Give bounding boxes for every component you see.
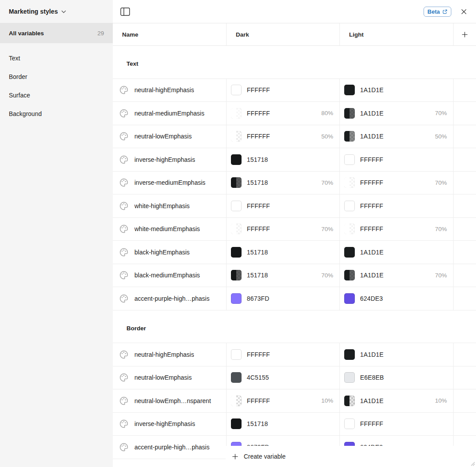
value-cell-light[interactable]: 1A1D1E50% [339,125,453,148]
variable-name: neutral-lowEmphasis [134,133,192,140]
value-cell-dark[interactable]: 15171870% [226,264,339,287]
toggle-sidebar-button[interactable] [120,6,130,17]
variable-name-cell[interactable]: neutral-mediumEmphasis [113,102,226,125]
variable-name-cell[interactable]: neutral-highEmphasis [113,79,226,102]
value-cell-light[interactable]: 624DE3 [339,287,453,310]
value-cell-light[interactable]: FFFFFF [339,148,453,171]
value-cell-light[interactable]: FFFFFF [339,413,453,436]
value-cell-dark[interactable]: FFFFFF [226,194,339,217]
hex-value: FFFFFF [247,202,270,209]
opacity-value: 70% [435,226,447,232]
hex-value: 1A1D1E [360,86,383,93]
value-cell-light[interactable]: 1A1D1E70% [339,102,453,125]
variable-name-cell[interactable]: black-mediumEmphasis [113,264,226,287]
value-cell-dark[interactable]: 4C5155 [226,366,339,389]
value-cell-dark[interactable]: 151718 [226,148,339,171]
sidebar-item-all-variables[interactable]: All variables 29 [0,23,113,43]
swatch-alpha-half [350,131,355,142]
value-cell-dark[interactable]: FFFFFF80% [226,102,339,125]
variable-name-cell[interactable]: inverse-highEmphasis [113,148,226,171]
swatch-alpha-half [350,177,355,188]
hex-value: 4C5155 [247,374,269,381]
value-cell-light[interactable]: FFFFFF [339,194,453,217]
value-cell-dark[interactable]: 8673FD [226,287,339,310]
value-cell-dark[interactable]: 15171870% [226,172,339,194]
resize-grip[interactable] [471,462,475,466]
sidebar-item-surface[interactable]: Surface [0,86,113,105]
hex-value: 1A1D1E [360,249,383,256]
color-palette-icon [119,442,129,452]
group-heading-label: Text [126,60,138,67]
variable-name-cell[interactable]: white-mediumEmphasis [113,218,226,241]
value-cell-light[interactable]: FFFFFF70% [339,218,453,241]
new-mode-cell [453,194,476,217]
beta-badge[interactable]: Beta [424,7,451,17]
color-swatch-dark [231,224,242,234]
swatch-solid-half [344,177,350,188]
hex-value: 1A1D1E [360,351,383,358]
variable-name-cell[interactable]: inverse-highEmphasis [113,413,226,436]
variables-panel: Marketing styles All variables 29 TextBo… [0,0,476,467]
add-mode-button[interactable] [453,23,476,45]
column-header-light[interactable]: Light [339,23,453,45]
variable-name-cell[interactable]: black-highEmphasis [113,241,226,264]
value-cell-light[interactable]: 1A1D1E [339,241,453,264]
beta-label: Beta [428,8,440,15]
color-swatch-dark [231,108,242,119]
variable-name-cell[interactable]: neutral-highEmphasis [113,343,226,366]
variable-name: inverse-mediumEmphasis [134,179,205,186]
color-swatch-light [344,108,355,119]
swatch-solid-half [231,131,236,142]
column-header-dark[interactable]: Dark [226,23,339,45]
hex-value: E6E8EB [360,374,384,381]
opacity-value: 70% [321,226,333,232]
value-cell-light[interactable]: E6E8EB [339,366,453,389]
value-cell-light[interactable]: 1A1D1E10% [339,389,453,412]
color-palette-icon [119,155,129,164]
hex-value: 1A1D1E [360,397,383,404]
variable-row: neutral-mediumEmphasisFFFFFF80%1A1D1E70% [113,102,476,125]
value-cell-dark[interactable]: FFFFFF10% [226,389,339,412]
variable-name-cell[interactable]: neutral-lowEmphasis [113,366,226,389]
variable-row: white-mediumEmphasisFFFFFF70%FFFFFF70% [113,218,476,241]
value-cell-light[interactable]: 1A1D1E [339,343,453,366]
sidebar-item-text[interactable]: Text [0,49,113,67]
variable-name-cell[interactable]: white-highEmphasis [113,194,226,217]
opacity-value: 70% [321,179,333,186]
value-cell-dark[interactable]: FFFFFF70% [226,218,339,241]
color-swatch-light [344,247,355,258]
variable-name-cell[interactable]: neutral-lowEmph…nsparent [113,389,226,412]
color-palette-icon [119,178,129,187]
value-cell-dark[interactable]: FFFFFF [226,343,339,366]
sidebar-item-border[interactable]: Border [0,67,113,86]
hex-value: FFFFFF [360,156,383,163]
variable-name-cell[interactable]: neutral-lowEmphasis [113,125,226,148]
value-cell-dark[interactable]: 151718 [226,241,339,264]
variable-name: black-mediumEmphasis [134,272,200,279]
sidebar-item-background[interactable]: Background [0,105,113,123]
swatch-solid-half [231,270,236,280]
swatch-alpha-half [236,131,242,142]
variable-row: neutral-lowEmphasis4C5155E6E8EB [113,366,476,390]
value-cell-dark[interactable]: 151718 [226,413,339,436]
value-cell-light[interactable]: 1A1D1E [339,79,453,102]
opacity-value: 70% [435,272,447,279]
value-cell-light[interactable]: 1A1D1E70% [339,264,453,287]
color-swatch-dark [231,270,242,280]
variable-name: inverse-highEmphasis [134,420,195,427]
variable-name-cell[interactable]: accent-purple-high…phasis [113,436,226,459]
sidebar-group-list: TextBorderSurfaceBackground [0,49,113,123]
variable-row: neutral-lowEmph…nsparentFFFFFF10%1A1D1E1… [113,389,476,413]
variable-name: accent-purple-high…phasis [134,444,209,451]
new-mode-cell [453,264,476,287]
value-cell-dark[interactable]: FFFFFF [226,79,339,102]
collection-selector[interactable]: Marketing styles [0,0,113,23]
create-variable-footer[interactable]: Create variable [226,446,476,467]
swatch-alpha-half [350,396,355,406]
value-cell-light[interactable]: FFFFFF70% [339,172,453,194]
variable-name-cell[interactable]: accent-purple-high…phasis [113,287,226,310]
variable-name-cell[interactable]: inverse-mediumEmphasis [113,172,226,194]
value-cell-dark[interactable]: FFFFFF50% [226,125,339,148]
color-swatch-light [344,270,355,280]
close-panel-button[interactable] [458,6,469,17]
